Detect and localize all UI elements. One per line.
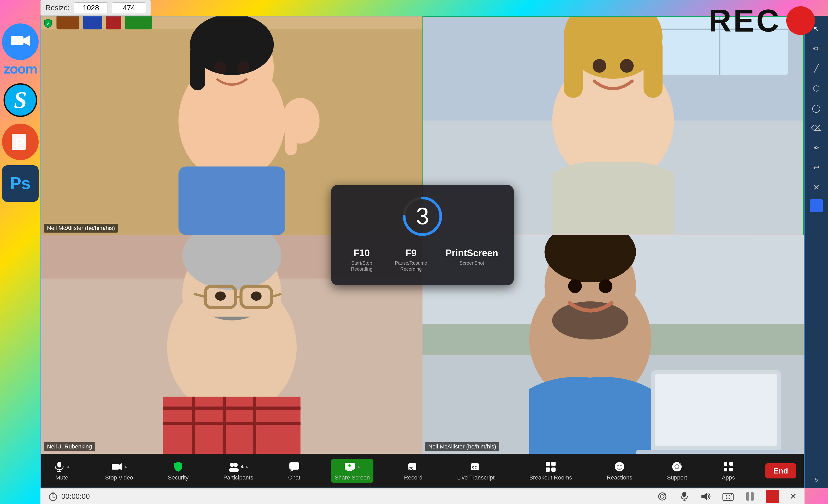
marker-tool[interactable]: ✒ [809,140,824,155]
line-tool[interactable]: ╱ [809,60,824,76]
apps-icon [722,461,734,473]
mic-icon [53,461,65,473]
rec-pause-button[interactable] [744,491,756,502]
rec-timer: 00:00:00 [48,492,90,501]
svg-point-35 [593,59,606,73]
record-button[interactable]: cc Record [400,459,427,483]
powerpoint-app-icon[interactable]: P [2,124,39,160]
participants-button[interactable]: 4 ▲ Participants [219,459,257,483]
breakout-rooms-button[interactable]: Breakout Rooms [525,459,576,483]
resize-width-input[interactable] [74,2,108,13]
delete-tool[interactable]: ✕ [809,179,824,195]
zoom-app-icon[interactable]: zoom [2,24,39,77]
svg-point-74 [230,463,234,467]
svg-rect-66 [636,450,796,454]
svg-point-93 [615,462,624,471]
countdown-number: 3 [416,203,429,230]
shortcut-key-f9: F9 [406,247,416,259]
photoshop-app-icon[interactable]: Ps [2,165,39,202]
rec-screenshot-button[interactable] [722,491,734,502]
skype-app-icon[interactable]: S [2,82,39,119]
breakout-rooms-label: Breakout Rooms [529,474,572,481]
svg-marker-73 [119,463,122,470]
resize-height-input[interactable] [112,2,146,13]
reactions-icon: + [614,461,625,473]
end-button[interactable]: End [765,463,796,478]
shortcut-desc-f10: Start/Stop Recording [347,260,377,272]
svg-rect-49 [163,397,301,454]
svg-point-75 [234,463,238,467]
svg-point-63 [598,279,613,293]
zoom-camera-icon [10,31,31,52]
svg-rect-119 [746,492,749,501]
shapes-tool[interactable]: ⬡ [809,80,824,96]
svg-rect-103 [723,468,727,471]
mute-button[interactable]: ▲ Mute [49,459,75,483]
svg-text:Ps: Ps [10,174,30,192]
participant-label-4: Neil McAllister (he/him/his) [425,442,499,451]
rec-camera-button[interactable] [657,491,668,502]
zoom-window: ✓ [40,16,804,488]
screenshot-icon [722,492,734,501]
color-swatch[interactable] [810,199,823,212]
svg-rect-34 [644,37,663,98]
video-grid: Neil McAllister (he/him/his) [41,16,804,454]
participants-chevron: ▲ [245,464,249,469]
svg-point-47 [215,291,226,301]
shortcut-printscreen: PrintScreen ScreenShot [446,247,498,272]
resize-label: Resize: [45,4,70,12]
stop-video-button[interactable]: ▲ Stop Video [101,459,137,483]
rec-close-button[interactable]: ✕ [790,492,797,501]
svg-point-77 [233,468,239,472]
mute-chevron: ▲ [66,464,71,469]
record-icon: cc [407,461,419,473]
participant-label-1: Neil McAllister (he/him/his) [44,224,118,233]
eraser-tool[interactable]: ⌫ [809,120,824,136]
right-annotation-toolbar: ↖ ✏ ╱ ⬡ ◯ ⌫ ✒ ↩ ✕ 5 [804,16,828,488]
participant-label-3: Neil J. Rubenking [44,442,95,451]
svg-point-110 [660,495,664,498]
svg-rect-112 [682,492,686,497]
svg-point-62 [568,279,582,293]
zoom-label: zoom [4,61,37,77]
shortcut-desc-f9: Pause/Resume Recording [392,260,430,272]
support-button[interactable]: Support [663,459,691,483]
svg-rect-13 [106,16,121,30]
shortcut-key-f10: F10 [354,247,370,259]
rec-indicator: REC [709,3,815,39]
svg-rect-102 [729,462,733,466]
reactions-button[interactable]: + Reactions [603,459,636,483]
security-button[interactable]: Security [164,459,193,483]
support-label: Support [667,474,687,481]
svg-point-95 [620,465,622,466]
rec-speaker-icon [700,492,712,501]
shortcut-key-ps: PrintScreen [446,247,498,259]
apps-button[interactable]: Apps [718,459,739,483]
live-transcript-button[interactable]: cc Live Transcript [453,459,499,483]
svg-line-107 [53,497,55,498]
svg-rect-78 [289,462,299,470]
svg-point-117 [726,495,730,499]
support-icon [671,461,683,473]
rec-speaker-button[interactable] [700,491,712,502]
page-number: 5 [815,476,818,483]
svg-point-21 [237,61,249,74]
security-badge-icon: ✓ [43,18,53,28]
rec-stop-button[interactable] [766,490,779,503]
stop-video-chevron: ▲ [124,464,128,469]
draw-tool[interactable]: ✏ [809,41,824,56]
svg-point-36 [620,59,633,73]
participants-count: 4 [241,464,244,470]
svg-rect-101 [723,462,727,466]
chat-button[interactable]: Chat [284,459,305,483]
lasso-tool[interactable]: ◯ [809,100,824,116]
rec-mic-button[interactable] [678,491,690,502]
chat-label: Chat [288,474,300,481]
rec-controls: ✕ [657,490,797,503]
share-screen-button[interactable]: ▲ Share Screen [331,459,374,483]
svg-rect-14 [125,16,152,30]
svg-point-61 [552,302,628,339]
record-label: Record [404,474,422,481]
svg-point-20 [214,61,226,74]
undo-tool[interactable]: ↩ [809,159,824,175]
